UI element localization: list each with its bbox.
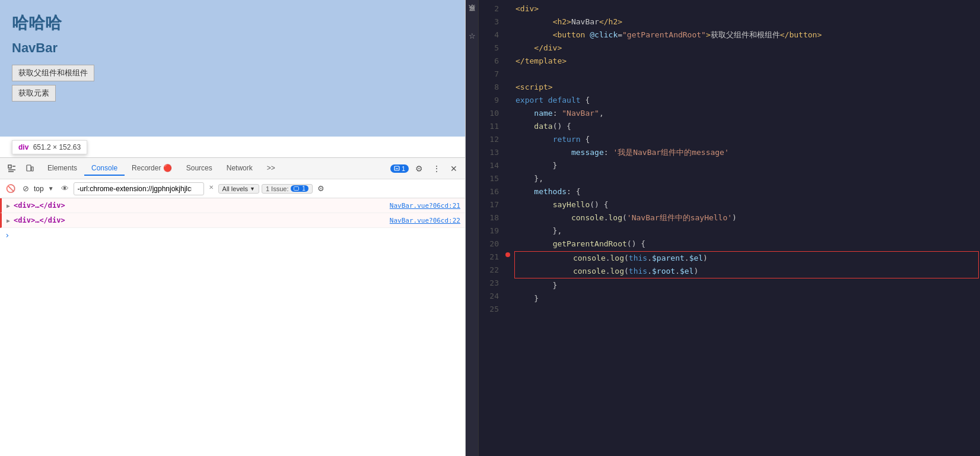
tab-elements[interactable]: Elements (40, 162, 84, 176)
line-numbers: 23456 7891011 1213141516 1718192021 2223… (479, 0, 504, 456)
top-context: top ▼ (34, 184, 56, 193)
code-line-8: <script> (513, 81, 980, 94)
console-row-2-left: ▶ <div>…</div> (7, 216, 65, 224)
code-line-3: <h2>NavBar</h2> (513, 15, 980, 28)
code-line-16: methods: { (513, 185, 980, 198)
element-tooltip: div 651.2 × 152.63 (12, 140, 87, 154)
svg-rect-4 (27, 165, 31, 171)
code-line-19: }, (513, 224, 980, 238)
tab-console[interactable]: Console (84, 162, 125, 176)
code-line-6: </template> (513, 55, 980, 68)
code-line-21: console.log(this.$parent.$el) (515, 252, 978, 265)
console-cursor-row: › (0, 228, 465, 242)
code-line-24: } (513, 292, 980, 305)
code-line-14: } (513, 159, 980, 172)
code-line-18: console.log('NavBar组件中的sayHello') (513, 211, 980, 224)
code-line-4: <button @click="getParentAndRoot">获取父组件和… (513, 28, 980, 42)
issue-badge: 1 Issue: 1 (262, 184, 313, 194)
code-line-12: return { (513, 133, 980, 146)
levels-dropdown[interactable]: All levels ▼ (218, 184, 259, 194)
code-editor: 23456 7891011 1213141516 1718192021 2223… (479, 0, 980, 456)
pause-exceptions-button[interactable]: ⊘ (20, 183, 31, 194)
code-line-13: message: '我是NavBar组件中的message' (513, 146, 980, 159)
svg-rect-5 (31, 167, 33, 171)
code-line-15: }, (513, 172, 980, 185)
console-link-1[interactable]: NavBar.vue?06cd:21 (390, 202, 460, 210)
tab-sources[interactable]: Sources (179, 162, 219, 176)
code-line-2: <div> (513, 2, 980, 15)
console-output: ▶ <div>…</div> NavBar.vue?06cd:21 ▶ <div… (0, 198, 465, 456)
get-element-button[interactable]: 获取元素 (12, 85, 56, 102)
device-toggle-button[interactable] (23, 163, 37, 175)
highlight-box: console.log(this.$parent.$el) console.lo… (514, 251, 979, 278)
breakpoint-gutter (504, 0, 513, 456)
preview-area: 哈哈哈 NavBar 获取父组件和根组件 获取元素 div 651.2 × 15… (0, 0, 465, 137)
sidebar-star-icon[interactable]: ☆ (469, 31, 476, 40)
tooltip-size: 651.2 × 152.63 (33, 143, 81, 151)
left-panel: 哈哈哈 NavBar 获取父组件和根组件 获取元素 div 651.2 × 15… (0, 0, 466, 456)
issue-count: 1 (291, 185, 308, 192)
svg-rect-8 (294, 186, 299, 190)
code-line-5: </div> (513, 42, 980, 55)
console-row-2: ▶ <div>…</div> NavBar.vue?06cd:22 (0, 213, 465, 228)
filter-input[interactable] (74, 182, 204, 195)
preview-navbar: NavBar (12, 40, 453, 56)
clear-console-button[interactable]: 🚫 (4, 183, 18, 194)
code-line-22: console.log(this.$root.$el) (515, 265, 978, 278)
vertical-sidebar: 结构 联系 ☆ (466, 0, 479, 456)
code-line-11: data() { (513, 120, 980, 133)
tab-more[interactable]: >> (260, 162, 282, 176)
console-html-2: <div>…</div> (14, 216, 65, 224)
expand-arrow-2[interactable]: ▶ (7, 217, 10, 224)
code-line-20: getParentAndRoot() { (513, 238, 980, 251)
issue-settings-button[interactable]: ⚙ (315, 183, 327, 194)
code-line-7 (513, 68, 980, 81)
console-html-1: <div>…</div> (14, 201, 65, 210)
svg-point-9 (505, 252, 510, 257)
close-devtools-button[interactable]: ✕ (447, 162, 460, 175)
top-label: top (34, 185, 44, 193)
cursor-prompt: › (5, 230, 9, 240)
get-parent-button[interactable]: 获取父组件和根组件 (12, 65, 94, 81)
console-row-1-left: ▶ <div>…</div> (7, 201, 65, 210)
devtools-tabs: Elements Console Recorder 🔴 Sources Netw… (40, 162, 282, 176)
code-line-9: export default { (513, 94, 980, 107)
tab-network[interactable]: Network (219, 162, 260, 176)
clear-filter-icon[interactable]: ✕ (209, 184, 214, 191)
expand-arrow-1[interactable]: ▶ (7, 202, 10, 209)
eye-button[interactable]: 👁 (59, 183, 71, 194)
console-badge: 1 (390, 164, 409, 173)
code-content: <div> <h2>NavBar</h2> <button @click="ge… (513, 0, 980, 456)
more-options-button[interactable]: ⋮ (429, 162, 444, 175)
code-line-17: sayHello() { (513, 198, 980, 211)
devtools-right-controls: 1 ⚙ ⋮ ✕ (390, 162, 460, 175)
inspect-element-button[interactable] (5, 163, 19, 175)
devtools-toolbar2: 🚫 ⊘ top ▼ 👁 ✕ All levels ▼ 1 Issue: 1 (0, 179, 465, 198)
tab-recorder[interactable]: Recorder 🔴 (125, 162, 179, 176)
console-link-2[interactable]: NavBar.vue?06cd:22 (390, 217, 460, 224)
code-line-23: } (513, 279, 980, 292)
context-dropdown[interactable]: ▼ (46, 184, 56, 193)
filter-wrapper: ✕ (74, 182, 216, 195)
preview-title: 哈哈哈 (12, 12, 453, 34)
devtools-area: Elements Console Recorder 🔴 Sources Netw… (0, 157, 465, 456)
code-line-10: name: "NavBar", (513, 107, 980, 120)
console-row-1: ▶ <div>…</div> NavBar.vue?06cd:21 (0, 198, 465, 213)
svg-rect-0 (8, 165, 11, 168)
settings-button[interactable]: ⚙ (412, 162, 426, 175)
right-section: 结构 联系 ☆ 23456 7891011 1213141516 1718192… (466, 0, 980, 456)
devtools-tabbar: Elements Console Recorder 🔴 Sources Netw… (0, 158, 465, 179)
tooltip-tag: div (18, 143, 28, 151)
code-line-25 (513, 305, 980, 318)
